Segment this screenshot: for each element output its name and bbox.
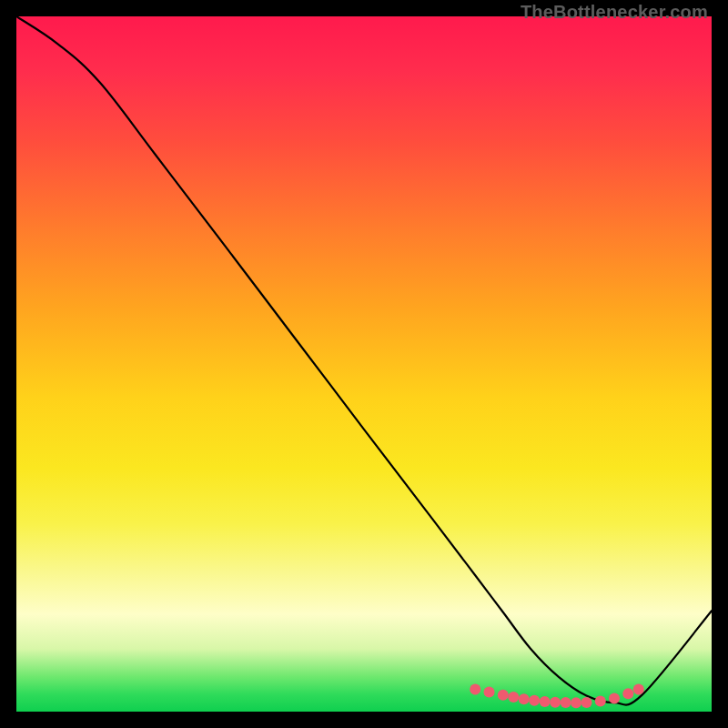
marker-dot — [622, 688, 633, 699]
marker-dot — [609, 693, 620, 703]
marker-dot — [633, 684, 644, 695]
highlight-markers — [470, 684, 644, 709]
attribution-label: TheBottlenecker.com — [521, 2, 708, 23]
chart-overlay — [16, 16, 712, 712]
plot-area — [16, 16, 712, 712]
marker-dot — [484, 687, 495, 698]
chart-container: TheBottlenecker.com — [0, 0, 728, 728]
marker-dot — [571, 697, 581, 708]
marker-dot — [595, 696, 606, 707]
marker-dot — [519, 693, 530, 704]
marker-dot — [561, 697, 571, 708]
marker-dot — [540, 696, 551, 707]
marker-dot — [550, 697, 561, 708]
marker-dot — [581, 697, 592, 708]
curve-line — [16, 16, 712, 705]
marker-dot — [529, 695, 540, 706]
marker-dot — [470, 684, 480, 695]
marker-dot — [508, 692, 519, 703]
marker-dot — [498, 690, 509, 701]
